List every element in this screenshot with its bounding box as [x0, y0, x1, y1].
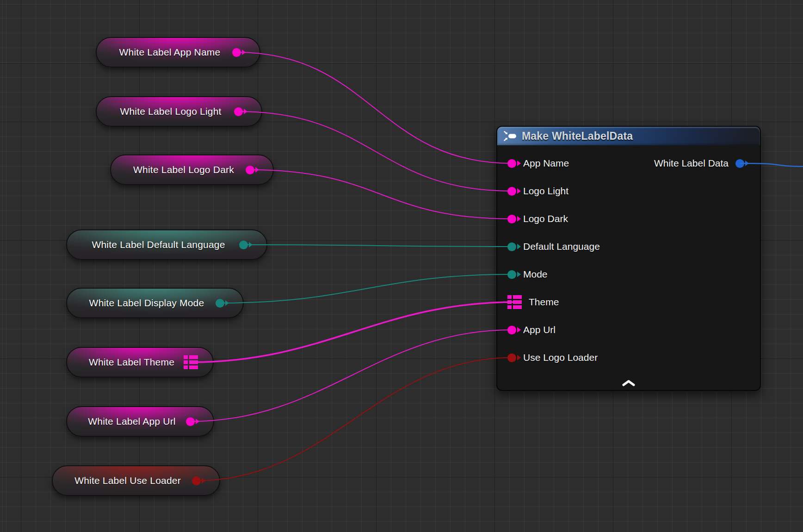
getter-node-label: White Label Display Mode	[79, 297, 231, 309]
blueprint-graph-canvas[interactable]: White Label App NameWhite Label Logo Lig…	[0, 0, 803, 532]
input-row: Use Logo Loader	[497, 344, 760, 371]
input-pin-label: Logo Dark	[523, 213, 568, 224]
struct-pin-icon[interactable]	[507, 295, 522, 309]
getter-node-white-label-logo-dark[interactable]: White Label Logo Dark	[110, 155, 274, 185]
wire-white-label-use-loader[interactable]	[197, 358, 512, 481]
white-label-logo-dark-output-pin[interactable]	[246, 166, 254, 174]
node-title: Make WhiteLabelData	[522, 130, 633, 142]
input-pin-app-url[interactable]	[507, 326, 516, 334]
white-label-app-url-output-pin[interactable]	[186, 417, 195, 426]
input-row: App Url	[497, 316, 760, 344]
input-row: Logo Light	[497, 177, 760, 205]
getter-node-white-label-use-loader[interactable]: White Label Use Loader	[52, 465, 220, 496]
getter-node-white-label-theme[interactable]: White Label Theme	[66, 347, 214, 377]
getter-node-label: White Label App Url	[78, 416, 202, 427]
getter-node-label: White Label Use Loader	[64, 475, 208, 486]
input-pin-logo-light[interactable]	[507, 187, 516, 196]
getter-node-label: White Label Theme	[79, 357, 201, 368]
input-row: Mode	[497, 260, 760, 288]
input-pin-default-language[interactable]	[507, 242, 516, 251]
input-row: Theme	[497, 288, 760, 316]
white-label-default-language-output-pin[interactable]	[239, 241, 248, 249]
getter-node-white-label-display-mode[interactable]: White Label Display Mode	[66, 288, 244, 318]
white-label-data-output-pin[interactable]	[735, 159, 744, 168]
wire-white-label-app-url[interactable]	[191, 330, 512, 421]
getter-node-label: White Label App Name	[109, 47, 247, 58]
input-pin-logo-dark[interactable]	[507, 215, 516, 223]
input-pin-label: App Name	[523, 158, 569, 169]
input-pin-use-logo-loader[interactable]	[507, 353, 516, 362]
input-pin-label: Theme	[529, 297, 559, 308]
input-pin-app-name[interactable]	[507, 159, 516, 168]
white-label-use-loader-output-pin[interactable]	[192, 476, 201, 485]
getter-node-white-label-logo-light[interactable]: White Label Logo Light	[96, 96, 262, 127]
white-label-logo-light-output-pin[interactable]	[234, 107, 243, 116]
getter-node-label: White Label Default Language	[81, 239, 252, 250]
input-row: Default Language	[497, 233, 760, 260]
input-pin-label: Mode	[523, 269, 548, 280]
input-pin-label: App Url	[523, 324, 556, 335]
wire-white-label-default-language[interactable]	[244, 245, 512, 247]
input-pin-label: Logo Light	[523, 186, 568, 197]
input-pin-mode[interactable]	[507, 270, 516, 279]
input-pin-label: Use Logo Loader	[523, 352, 598, 363]
getter-node-label: White Label Logo Light	[110, 106, 248, 117]
wire-white-label-app-name[interactable]	[237, 52, 512, 163]
white-label-display-mode-output-pin[interactable]	[216, 299, 224, 308]
make-struct-icon	[504, 130, 517, 142]
input-row: Logo Dark	[497, 205, 760, 233]
white-label-app-name-output-pin[interactable]	[232, 48, 241, 57]
getter-node-label: White Label Logo Dark	[123, 164, 261, 175]
getter-node-white-label-app-url[interactable]: White Label App Url	[66, 406, 214, 437]
input-pin-label: Default Language	[523, 241, 600, 252]
wire-white-label-logo-light[interactable]	[239, 111, 512, 191]
collapse-node-button[interactable]	[621, 379, 636, 387]
getter-node-white-label-default-language[interactable]: White Label Default Language	[66, 229, 267, 260]
getter-node-white-label-app-name[interactable]: White Label App Name	[96, 37, 260, 68]
wire-white-label-display-mode[interactable]	[220, 274, 512, 303]
make-whitelabeldata-node[interactable]: Make WhiteLabelData App NameLogo LightLo…	[496, 126, 761, 391]
node-header[interactable]: Make WhiteLabelData	[497, 127, 760, 145]
output-pin-label: White Label Data	[654, 158, 729, 169]
wire-white-label-logo-dark[interactable]	[250, 170, 512, 219]
struct-pin-icon[interactable]	[184, 355, 198, 369]
